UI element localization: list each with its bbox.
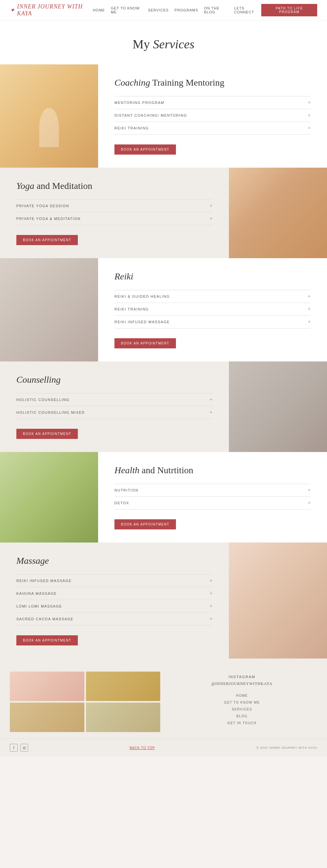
service-image-health xyxy=(0,452,98,542)
service-items-counselling: HOLISTIC COUNSELLING+HOLISTIC COUNSELLIN… xyxy=(16,393,212,419)
instagram-image-2[interactable] xyxy=(86,672,160,701)
footer-nav-get-in-touch[interactable]: GET IN TOUCH xyxy=(167,720,317,725)
service-content-yoga: Yoga and MeditationPRIVATE YOGA SESSION+… xyxy=(0,168,229,258)
nav-connect[interactable]: LETS CONNECT xyxy=(234,6,261,14)
service-content-coaching: Coaching Training MentoringMENTORING PRO… xyxy=(98,64,327,168)
footer-nav-get-to-know[interactable]: GET TO KNOW ME xyxy=(167,700,317,705)
service-title-italic-counselling: Counselling xyxy=(16,374,60,385)
service-item-counselling-1[interactable]: HOLISTIC COUNSELLING MIXED+ xyxy=(16,406,212,419)
instagram-handle[interactable]: @INNERJOURNEYWITHKAYA xyxy=(167,681,317,686)
back-to-top-link[interactable]: BACK TO TOP xyxy=(129,746,155,750)
book-button-yoga[interactable]: BOOK AN APPOINTMENT xyxy=(16,235,78,245)
service-item-counselling-0[interactable]: HOLISTIC COUNSELLING+ xyxy=(16,393,212,406)
service-section-coaching: Coaching Training MentoringMENTORING PRO… xyxy=(0,64,327,168)
service-items-massage: REIKI INFUSED MASSAGE+KAHUNA MASSAGE+LOM… xyxy=(16,574,212,625)
service-item-label-massage-3: SACRED CACOA MASSAGE xyxy=(16,617,73,621)
service-title-italic-yoga: Yoga xyxy=(16,181,34,191)
service-item-coaching-0[interactable]: MENTORING PROGRAM+ xyxy=(115,96,311,109)
service-item-plus-coaching-1: + xyxy=(308,113,311,118)
service-image-counselling xyxy=(229,362,327,452)
service-title-counselling: Counselling xyxy=(16,374,212,385)
service-item-yoga-0[interactable]: PRIVATE YOGA SESSION+ xyxy=(16,199,212,212)
service-title-health: Health and Nutrtition xyxy=(115,465,311,475)
service-item-reiki-0[interactable]: REIKI & GUIDED HEALING+ xyxy=(115,290,311,303)
service-item-label-massage-0: REIKI INFUSED MASSAGE xyxy=(16,579,71,583)
book-button-coaching[interactable]: BOOK AN APPOINTMENT xyxy=(115,145,176,155)
service-item-plus-reiki-1: + xyxy=(308,306,311,312)
book-button-reiki[interactable]: BOOK AN APPOINTMENT xyxy=(115,338,176,348)
service-item-reiki-1[interactable]: REIKI TRAINING+ xyxy=(115,303,311,316)
service-content-health: Health and NutrtitionNUTRITION+DETOX+BOO… xyxy=(98,452,327,542)
service-item-label-coaching-0: MENTORING PROGRAM xyxy=(115,101,164,104)
footer-nav-blog[interactable]: BLOG xyxy=(167,713,317,719)
nav-programs[interactable]: PROGRAMS xyxy=(175,8,198,12)
service-item-label-reiki-2: REIKI INFUSED MASSAGE xyxy=(115,320,170,324)
service-item-massage-1[interactable]: KAHUNA MASSAGE+ xyxy=(16,587,212,600)
service-title-coaching: Coaching Training Mentoring xyxy=(115,78,311,88)
service-image-massage xyxy=(229,542,327,658)
navigation: ✦ INNER JOURNEY WITH KAYA HOME GET TO KN… xyxy=(0,0,327,21)
service-title-italic-reiki: Reiki xyxy=(115,271,133,281)
service-item-massage-2[interactable]: LOMI LOMI MASSAGE+ xyxy=(16,600,212,613)
service-items-reiki: REIKI & GUIDED HEALING+REIKI TRAINING+RE… xyxy=(115,290,311,329)
instagram-image-3[interactable] xyxy=(10,703,84,732)
facebook-icon[interactable]: f xyxy=(10,744,18,752)
page-title-italic: Services xyxy=(153,37,195,51)
footer-nav-services[interactable]: SERVICES xyxy=(167,707,317,712)
footer-nav-list: HOME GET TO KNOW ME SERVICES BLOG GET IN… xyxy=(167,693,317,725)
logo-icon: ✦ xyxy=(10,6,15,14)
service-item-massage-3[interactable]: SACRED CACOA MASSAGE+ xyxy=(16,613,212,625)
service-section-counselling: CounsellingHOLISTIC COUNSELLING+HOLISTIC… xyxy=(0,362,327,452)
service-title-massage: Massage xyxy=(16,556,212,566)
service-item-coaching-2[interactable]: REIKI TRAINING+ xyxy=(115,122,311,135)
nav-services[interactable]: SERVICES xyxy=(148,8,169,12)
footer-links: INSTAGRAM @INNERJOURNEYWITHKAYA HOME GET… xyxy=(167,672,317,732)
service-item-massage-0[interactable]: REIKI INFUSED MASSAGE+ xyxy=(16,574,212,587)
nav-cta-button[interactable]: PATH TO LIFE PROGRAM xyxy=(261,4,317,16)
service-item-plus-coaching-0: + xyxy=(308,100,311,105)
service-item-plus-reiki-0: + xyxy=(308,293,311,299)
service-item-plus-reiki-2: + xyxy=(308,319,311,325)
service-title-yoga: Yoga and Meditation xyxy=(16,181,212,191)
service-item-yoga-1[interactable]: PRIVATE YOGA & MEDITATION+ xyxy=(16,212,212,225)
service-item-health-0[interactable]: NUTRITION+ xyxy=(115,484,311,497)
book-button-counselling[interactable]: BOOK AN APPOINTMENT xyxy=(16,429,78,439)
service-title-italic-coaching: Coaching xyxy=(115,78,150,88)
service-item-plus-counselling-1: + xyxy=(210,409,212,415)
service-section-reiki: ReikiREIKI & GUIDED HEALING+REIKI TRAINI… xyxy=(0,258,327,362)
copyright-text: © 2022 INNER JOURNEY WITH KAYA xyxy=(256,746,317,749)
service-item-label-health-1: DETOX xyxy=(115,501,129,505)
instagram-image-1[interactable] xyxy=(10,672,84,701)
service-image-coaching xyxy=(0,64,98,168)
service-item-plus-yoga-0: + xyxy=(210,203,212,209)
service-item-plus-yoga-1: + xyxy=(210,216,212,222)
nav-home[interactable]: HOME xyxy=(93,8,105,12)
service-items-coaching: MENTORING PROGRAM+DISTANT COACHING/ MENT… xyxy=(115,96,311,135)
service-item-reiki-2[interactable]: REIKI INFUSED MASSAGE+ xyxy=(115,316,311,329)
service-item-coaching-1[interactable]: DISTANT COACHING/ MENTORING+ xyxy=(115,109,311,122)
service-section-health: Health and NutrtitionNUTRITION+DETOX+BOO… xyxy=(0,452,327,542)
service-items-yoga: PRIVATE YOGA SESSION+PRIVATE YOGA & MEDI… xyxy=(16,199,212,225)
footer-section: INSTAGRAM @INNERJOURNEYWITHKAYA HOME GET… xyxy=(0,658,327,739)
service-item-plus-counselling-0: + xyxy=(210,397,212,403)
nav-blog[interactable]: ON THE BLOG xyxy=(204,6,228,14)
service-item-label-massage-1: KAHUNA MASSAGE xyxy=(16,591,57,595)
instagram-image-4[interactable] xyxy=(86,703,160,732)
instagram-icon[interactable]: ◎ xyxy=(20,744,28,752)
service-title-italic-health: Health xyxy=(115,465,139,475)
service-title-reiki: Reiki xyxy=(115,271,311,282)
service-title-italic-massage: Massage xyxy=(16,556,49,566)
service-item-label-massage-2: LOMI LOMI MASSAGE xyxy=(16,604,62,608)
book-button-health[interactable]: BOOK AN APPOINTMENT xyxy=(115,519,176,529)
service-item-label-reiki-0: REIKI & GUIDED HEALING xyxy=(115,294,170,299)
footer-nav-home[interactable]: HOME xyxy=(167,693,317,698)
service-item-health-1[interactable]: DETOX+ xyxy=(115,497,311,509)
service-item-plus-massage-3: + xyxy=(210,616,212,622)
service-item-label-yoga-0: PRIVATE YOGA SESSION xyxy=(16,204,69,208)
service-section-massage: MassageREIKI INFUSED MASSAGE+KAHUNA MASS… xyxy=(0,542,327,658)
book-button-massage[interactable]: BOOK AN APPOINTMENT xyxy=(16,635,78,646)
service-item-plus-health-1: + xyxy=(308,500,311,506)
services-container: Coaching Training MentoringMENTORING PRO… xyxy=(0,64,327,658)
service-image-reiki xyxy=(0,258,98,362)
nav-get-to-know[interactable]: GET TO KNOW ME xyxy=(111,6,142,14)
